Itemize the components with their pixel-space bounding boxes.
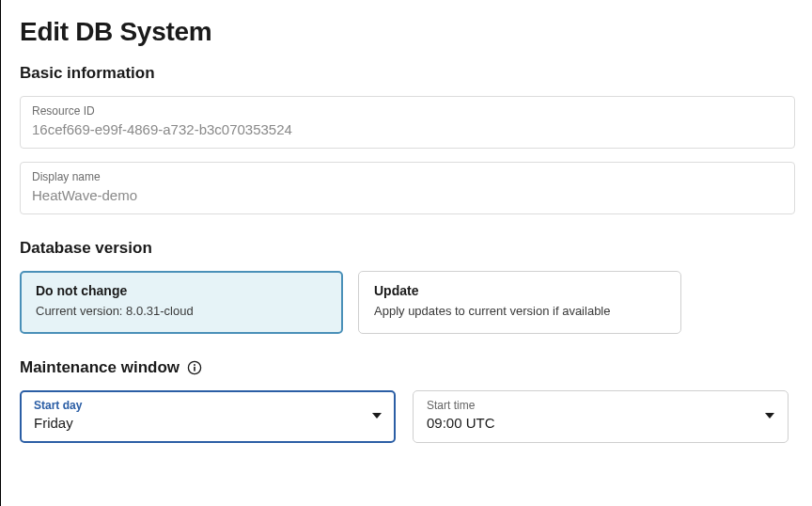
- page-title: Edit DB System: [20, 17, 795, 47]
- basic-information-section: Basic information Resource ID 16cef669-e…: [20, 64, 795, 214]
- resource-id-label: Resource ID: [32, 104, 783, 119]
- version-option-title: Update: [374, 283, 665, 298]
- maintenance-window-section: Maintenance window Start day Friday Star…: [20, 358, 795, 443]
- start-time-select[interactable]: Start time 09:00 UTC: [413, 390, 789, 443]
- info-icon[interactable]: [187, 360, 202, 375]
- chevron-down-icon: [372, 413, 382, 419]
- display-name-field[interactable]: Display name HeatWave-demo: [20, 162, 795, 214]
- basic-information-heading: Basic information: [20, 64, 795, 83]
- database-version-section: Database version Do not change Current v…: [20, 239, 795, 334]
- version-option-update[interactable]: Update Apply updates to current version …: [358, 271, 681, 334]
- version-options-row: Do not change Current version: 8.0.31-cl…: [20, 271, 795, 334]
- start-time-label: Start time: [427, 399, 495, 414]
- version-option-title: Do not change: [36, 283, 327, 298]
- resource-id-field[interactable]: Resource ID 16cef669-e99f-4869-a732-b3c0…: [20, 96, 795, 149]
- maintenance-row: Start day Friday Start time 09:00 UTC: [20, 390, 795, 443]
- start-day-label: Start day: [34, 399, 82, 414]
- version-option-subtitle: Current version: 8.0.31-cloud: [36, 304, 327, 320]
- maintenance-window-heading: Maintenance window: [20, 358, 180, 377]
- version-option-do-not-change[interactable]: Do not change Current version: 8.0.31-cl…: [20, 271, 343, 334]
- start-time-value: 09:00 UTC: [427, 414, 495, 433]
- start-day-select[interactable]: Start day Friday: [20, 390, 396, 443]
- version-option-subtitle: Apply updates to current version if avai…: [374, 304, 665, 320]
- database-version-heading: Database version: [20, 239, 795, 258]
- display-name-label: Display name: [32, 170, 783, 185]
- svg-point-1: [194, 364, 195, 366]
- display-name-value: HeatWave-demo: [32, 186, 783, 205]
- svg-rect-2: [194, 367, 195, 372]
- start-day-value: Friday: [34, 414, 82, 433]
- resource-id-value: 16cef669-e99f-4869-a732-b3c070353524: [32, 120, 783, 139]
- chevron-down-icon: [765, 413, 774, 419]
